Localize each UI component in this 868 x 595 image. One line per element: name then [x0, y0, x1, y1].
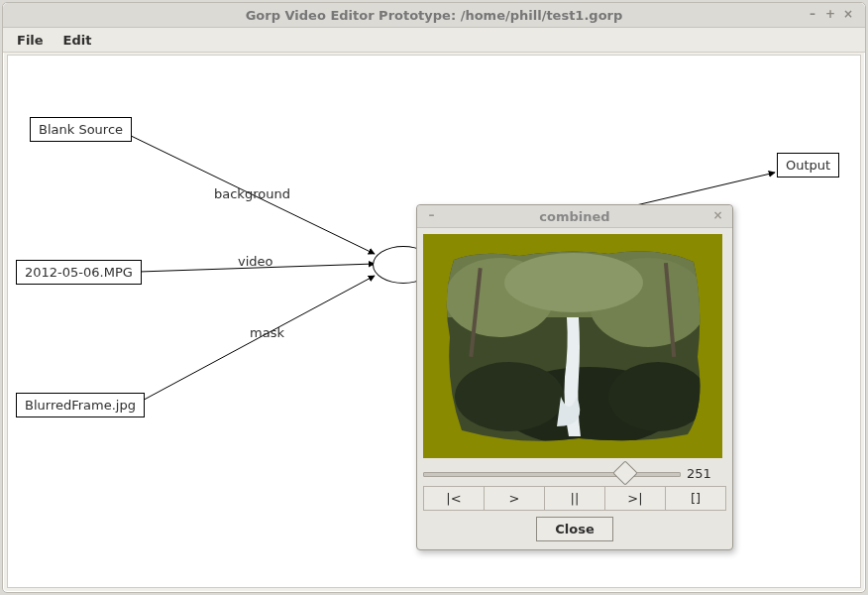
- pause-button[interactable]: ||: [545, 487, 605, 510]
- preview-minimize-icon[interactable]: –: [425, 209, 438, 222]
- edge-label-video: video: [238, 254, 273, 269]
- preview-close-icon[interactable]: ×: [711, 209, 724, 222]
- main-titlebar[interactable]: Gorp Video Editor Prototype: /home/phill…: [3, 3, 865, 28]
- stop-button[interactable]: []: [666, 487, 725, 510]
- preview-window[interactable]: – combined ×: [416, 204, 733, 550]
- svg-line-2: [135, 276, 375, 405]
- node-blank-source[interactable]: Blank Source: [30, 117, 132, 142]
- maximize-icon[interactable]: +: [823, 7, 837, 21]
- svg-point-11: [608, 362, 705, 431]
- frame-slider[interactable]: [423, 464, 681, 482]
- main-window: Gorp Video Editor Prototype: /home/phill…: [2, 2, 866, 593]
- transport-controls: |< > || >| []: [423, 486, 726, 511]
- video-frame: [423, 234, 722, 458]
- slider-thumb[interactable]: [612, 460, 637, 485]
- video-image: [440, 248, 705, 444]
- main-title: Gorp Video Editor Prototype: /home/phill…: [246, 8, 623, 23]
- edge-label-background: background: [214, 186, 290, 201]
- edge-label-mask: mask: [250, 325, 284, 340]
- frame-number: 251: [687, 466, 726, 481]
- slider-row: 251: [423, 464, 726, 482]
- menu-file[interactable]: File: [9, 31, 52, 50]
- rewind-button[interactable]: |<: [424, 487, 485, 510]
- node-mpg[interactable]: 2012-05-06.MPG: [16, 260, 142, 285]
- close-icon[interactable]: ×: [841, 7, 855, 21]
- menubar: File Edit: [3, 28, 865, 53]
- slider-track: [423, 472, 681, 477]
- node-blurred[interactable]: BlurredFrame.jpg: [16, 393, 145, 417]
- minimize-icon[interactable]: –: [806, 7, 819, 21]
- preview-titlebar[interactable]: – combined ×: [417, 205, 732, 228]
- fwd-button[interactable]: >|: [605, 487, 666, 510]
- svg-point-10: [455, 362, 564, 431]
- node-output[interactable]: Output: [777, 153, 839, 178]
- preview-title: combined: [539, 209, 609, 224]
- play-button[interactable]: >: [485, 487, 545, 510]
- preview-body: 251 |< > || >| [] Close: [417, 228, 732, 549]
- menu-edit[interactable]: Edit: [55, 31, 100, 50]
- close-button[interactable]: Close: [536, 517, 612, 541]
- graph-canvas[interactable]: Blank Source 2012-05-06.MPG BlurredFrame…: [7, 55, 861, 588]
- svg-point-8: [504, 253, 643, 312]
